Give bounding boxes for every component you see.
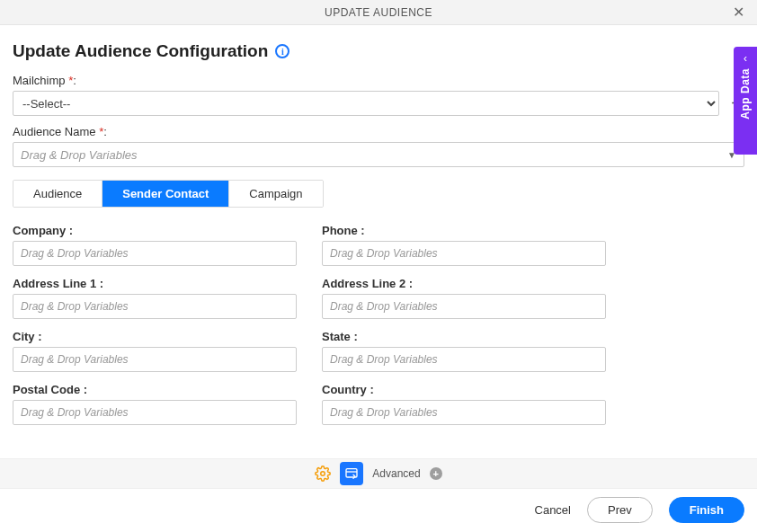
address-line-2-input[interactable] <box>322 294 606 319</box>
page-title: Update Audience Configuration <box>13 41 268 61</box>
prev-button[interactable]: Prev <box>587 497 653 523</box>
close-icon[interactable]: ✕ <box>727 4 751 22</box>
address-line-1-field: Address Line 1 : <box>13 277 297 319</box>
postal-code-field: Postal Code : <box>13 383 297 425</box>
cancel-button[interactable]: Cancel <box>535 503 571 517</box>
heading-row: Update Audience Configuration i <box>13 41 744 61</box>
app-data-side-tab[interactable]: ‹ App Data <box>734 47 757 155</box>
address-line-1-label: Address Line 1 : <box>13 277 297 290</box>
audience-name-label: Audience Name *: <box>13 125 744 138</box>
advanced-bar: Advanced + <box>0 458 757 489</box>
plus-icon: + <box>432 469 438 479</box>
finish-button[interactable]: Finish <box>669 497 744 523</box>
mailchimp-label: Mailchimp *: <box>13 74 744 87</box>
country-field: Country : <box>322 383 606 425</box>
required-marker: * <box>99 125 103 138</box>
address-line-2-label: Address Line 2 : <box>322 277 606 290</box>
company-field: Company : <box>13 224 297 266</box>
city-field: City : <box>13 330 297 372</box>
tab-campaign[interactable]: Campaign <box>229 181 322 207</box>
chevron-left-icon: ‹ <box>744 52 747 65</box>
country-label: Country : <box>322 383 606 396</box>
sender-contact-form: Company : Phone : Address Line 1 : Addre… <box>13 224 606 425</box>
address-line-2-field: Address Line 2 : <box>322 277 606 319</box>
advanced-label: Advanced <box>372 467 420 480</box>
gear-icon[interactable] <box>315 466 331 482</box>
address-line-1-input[interactable] <box>13 294 297 319</box>
advanced-add-button[interactable]: + <box>430 467 442 480</box>
city-label: City : <box>13 330 297 343</box>
country-input[interactable] <box>322 400 606 425</box>
company-label: Company : <box>13 224 297 237</box>
tab-sender-contact[interactable]: Sender Contact <box>102 181 229 207</box>
state-input[interactable] <box>322 347 606 372</box>
app-data-label: App Data <box>739 68 752 120</box>
info-icon[interactable]: i <box>275 44 289 58</box>
dialog-actions: Cancel Prev Finish <box>535 497 744 523</box>
phone-label: Phone : <box>322 224 606 237</box>
required-marker: * <box>68 74 73 87</box>
panel-icon[interactable] <box>340 462 363 485</box>
city-input[interactable] <box>13 347 297 372</box>
audience-name-placeholder: Drag & Drop Variables <box>21 148 138 162</box>
postal-code-label: Postal Code : <box>13 383 297 396</box>
titlebar: UPDATE AUDIENCE ✕ <box>0 0 757 25</box>
audience-name-field: Audience Name *: Drag & Drop Variables ▼ <box>13 125 744 167</box>
content-area: Update Audience Configuration i Mailchim… <box>0 25 757 425</box>
mailchimp-field: Mailchimp *: --Select-- + <box>13 74 744 116</box>
audience-name-select[interactable]: Drag & Drop Variables ▼ <box>13 142 744 167</box>
mailchimp-select[interactable]: --Select-- <box>13 91 719 116</box>
company-input[interactable] <box>13 241 297 266</box>
postal-code-input[interactable] <box>13 400 297 425</box>
tab-audience[interactable]: Audience <box>13 181 102 207</box>
state-label: State : <box>322 330 606 343</box>
dialog-title: UPDATE AUDIENCE <box>325 6 432 19</box>
tab-bar: Audience Sender Contact Campaign <box>13 180 324 208</box>
phone-field: Phone : <box>322 224 606 266</box>
state-field: State : <box>322 330 606 372</box>
phone-input[interactable] <box>322 241 606 266</box>
svg-point-0 <box>321 472 325 476</box>
